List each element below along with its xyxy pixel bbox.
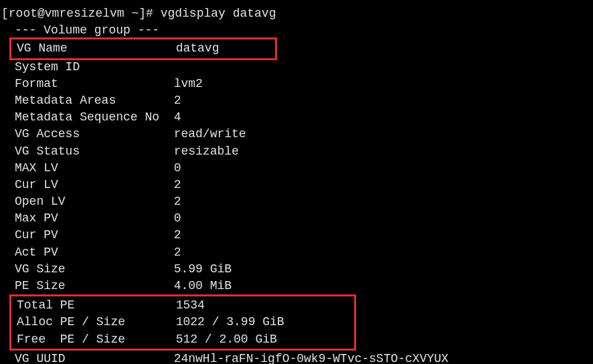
field-pe-size: PE Size 4.00 MiB (1, 278, 592, 294)
field-vg-access: VG Access read/write (1, 126, 592, 143)
field-free-pe: Free PE / Size 512 / 2.00 GiB (11, 331, 354, 348)
field-metadata-areas: Metadata Areas 2 (1, 92, 592, 109)
field-cur-lv: Cur LV 2 (1, 177, 592, 193)
field-total-pe: Total PE 1534 (11, 297, 354, 314)
field-format: Format lvm2 (1, 76, 592, 92)
field-vg-uuid: VG UUID 24nwHl-raFN-igfO-0wk9-WTvc-sSTO-… (1, 351, 592, 364)
highlight-vg-name: VG Name datavg (9, 37, 277, 60)
field-act-pv: Act PV 2 (1, 244, 592, 261)
output-section-header: --- Volume group --- (1, 22, 592, 39)
field-metadata-sequence: Metadata Sequence No 4 (1, 109, 592, 126)
field-system-id: System ID (1, 59, 592, 76)
field-max-pv: Max PV 0 (1, 210, 592, 227)
field-vg-status: VG Status resizable (1, 143, 592, 160)
highlight-pe-section: Total PE 1534 Alloc PE / Size 1022 / 3.9… (9, 294, 356, 351)
shell-prompt-line: [root@vmresizelvm ~]# vgdisplay datavg (1, 5, 592, 22)
field-alloc-pe: Alloc PE / Size 1022 / 3.99 GiB (11, 314, 354, 331)
field-max-lv: MAX LV 0 (1, 160, 592, 177)
field-open-lv: Open LV 2 (1, 193, 592, 210)
field-vg-size: VG Size 5.99 GiB (1, 261, 592, 278)
field-cur-pv: Cur PV 2 (1, 227, 592, 244)
field-vg-name: VG Name datavg (11, 40, 275, 57)
shell-prompt-text: [root@vmresizelvm ~]# vgdisplay datavg (1, 7, 276, 20)
